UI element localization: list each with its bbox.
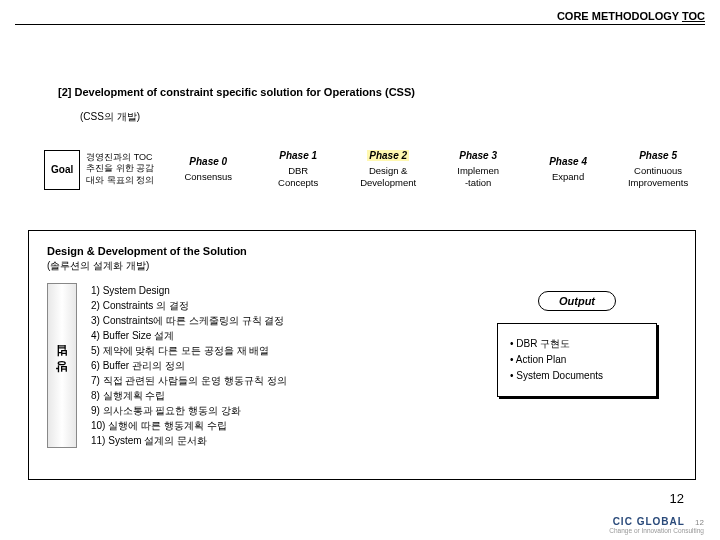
- page-number-small: 12: [695, 518, 704, 527]
- phase-head: Phase 0: [166, 156, 250, 167]
- output-label: Output: [538, 291, 616, 311]
- phase-head: Phase 4: [526, 156, 610, 167]
- output-item: • Action Plan: [510, 352, 644, 368]
- section-subtitle: (CSS의 개발): [80, 110, 140, 124]
- header-title: CORE METHODOLOGY: [557, 10, 679, 22]
- page-number-large: 12: [670, 491, 684, 506]
- phase-head: Phase 2: [346, 150, 430, 161]
- phase-4: Phase 4 Expand: [526, 150, 610, 190]
- goal-label: Goal: [51, 164, 73, 175]
- phase-body: DBRConcepts: [256, 165, 340, 190]
- goal-label-box: Goal: [44, 150, 80, 190]
- phase-body: Consensus: [166, 171, 250, 183]
- list-item: 11) System 설계의 문서화: [91, 433, 677, 448]
- output-item: • System Documents: [510, 368, 644, 384]
- solution-subtitle: (솔루션의 설계화 개발): [47, 259, 677, 273]
- phase-head: Phase 5: [616, 150, 700, 161]
- phase-head: Phase 1: [256, 150, 340, 161]
- footer-tagline: Change or Innovation Consulting: [609, 527, 704, 534]
- output-area: Output • DBR 구현도 • Action Plan • System …: [497, 291, 657, 397]
- footer: CIC GLOBAL 12 Change or Innovation Consu…: [609, 516, 704, 534]
- goal-text: 경영진과의 TOC 추진을 위한 공감대와 목표의 정의: [86, 150, 160, 190]
- method-label-box: 방법: [47, 283, 77, 448]
- solution-box: Design & Development of the Solution (솔루…: [28, 230, 696, 480]
- page-header: CORE METHODOLOGY TOC: [15, 10, 705, 25]
- phase-1: Phase 1 DBRConcepts: [256, 150, 340, 190]
- method-label: 방법: [54, 350, 71, 382]
- output-label-wrap: Output: [497, 291, 657, 311]
- phase-0: Phase 0 Consensus: [166, 150, 250, 190]
- output-box: • DBR 구현도 • Action Plan • System Documen…: [497, 323, 657, 397]
- phase-body: Expand: [526, 171, 610, 183]
- footer-logo: CIC GLOBAL: [613, 516, 685, 527]
- phase-strip: Goal 경영진과의 TOC 추진을 위한 공감대와 목표의 정의 Phase …: [44, 150, 700, 190]
- phase-3: Phase 3 Implemen-tation: [436, 150, 520, 190]
- phase-body: Design &Development: [346, 165, 430, 190]
- phase-head: Phase 3: [436, 150, 520, 161]
- list-item: 10) 실행에 따른 행동계획 수립: [91, 418, 677, 433]
- phase-2: Phase 2 Design &Development: [346, 150, 430, 190]
- section-title: [2] Development of constraint specific s…: [58, 86, 415, 98]
- output-item: • DBR 구현도: [510, 336, 644, 352]
- phase-body: Implemen-tation: [436, 165, 520, 190]
- solution-title: Design & Development of the Solution: [47, 245, 677, 257]
- list-item: 9) 의사소통과 필요한 행동의 강화: [91, 403, 677, 418]
- phase-body: ContinuousImprovements: [616, 165, 700, 190]
- header-toc: TOC: [682, 10, 705, 22]
- phase-5: Phase 5 ContinuousImprovements: [616, 150, 700, 190]
